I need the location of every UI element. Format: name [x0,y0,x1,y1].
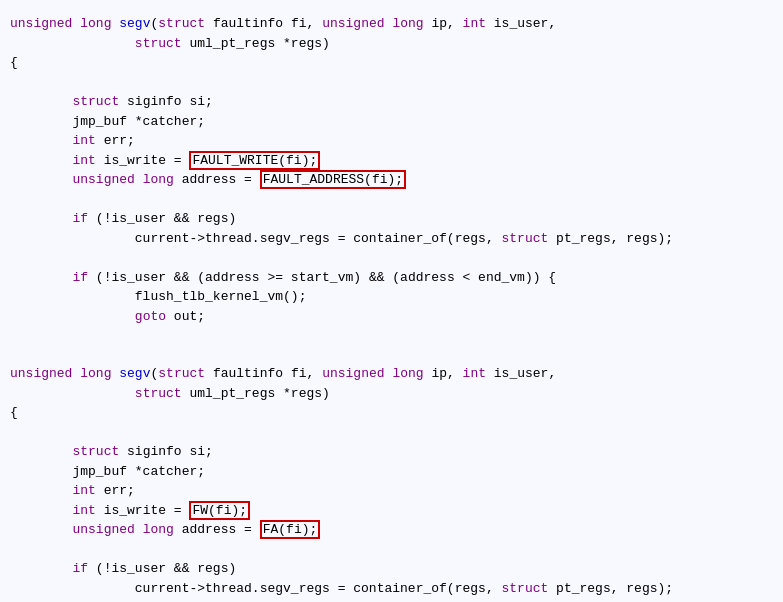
code-line: unsigned long segv(struct faultinfo fi, … [0,364,783,384]
code-block-1: unsigned long segv(struct faultinfo fi, … [0,4,783,336]
code-line: current->thread.segv_regs = container_of… [0,229,783,249]
code-line [0,190,783,210]
code-line: jmp_buf *catcher; [0,112,783,132]
code-line: struct siginfo si; [0,442,783,462]
code-line: current->thread.segv_regs = container_of… [0,579,783,599]
code-line: flush_tlb_kernel_vm(); [0,287,783,307]
code-line: struct uml_pt_regs *regs) [0,34,783,54]
code-line: jmp_buf *catcher; [0,462,783,482]
code-line: unsigned long segv(struct faultinfo fi, … [0,14,783,34]
code-line: if (!is_user && regs) [0,209,783,229]
code-line: struct siginfo si; [0,92,783,112]
separator [0,336,783,354]
code-line: unsigned long address = FAULT_ADDRESS(fi… [0,170,783,190]
code-line: if (!is_user && regs) [0,559,783,579]
code-line [0,598,783,602]
code-line: int is_write = FAULT_WRITE(fi); [0,151,783,171]
code-line: int err; [0,481,783,501]
code-line: unsigned long address = FA(fi); [0,520,783,540]
page-container: unsigned long segv(struct faultinfo fi, … [0,0,783,602]
code-line [0,248,783,268]
code-line [0,73,783,93]
code-line: struct uml_pt_regs *regs) [0,384,783,404]
code-line: goto out; [0,307,783,327]
code-line [0,540,783,560]
code-line: int is_write = FW(fi); [0,501,783,521]
code-line: if (!is_user && (address >= start_vm) &&… [0,268,783,288]
code-line: { [0,53,783,73]
code-line: { [0,403,783,423]
code-block-2: unsigned long segv(struct faultinfo fi, … [0,354,783,602]
code-line: int err; [0,131,783,151]
code-line [0,423,783,443]
